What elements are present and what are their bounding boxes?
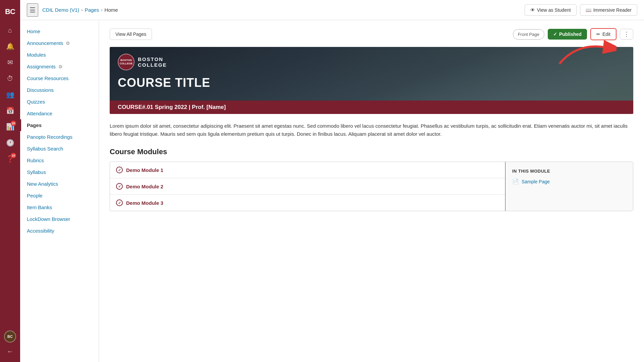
people-icon[interactable]: 👥 xyxy=(3,87,17,102)
bc-logo[interactable]: BC xyxy=(5,3,15,21)
clock-icon[interactable]: 🕐 xyxy=(3,135,17,150)
breadcrumb-course[interactable]: CDIL Demo (V1) xyxy=(42,7,79,13)
page-icon: 📄 xyxy=(512,178,519,185)
sidebar-item-label: LockDown Browser xyxy=(27,216,70,222)
sidebar-item-label: Syllabus xyxy=(27,169,46,175)
sidebar-item-quizzes[interactable]: Quizzes xyxy=(20,96,99,108)
grades-icon[interactable]: 📊 20 xyxy=(3,119,17,134)
top-header: ☰ CDIL Demo (V1) › Pages › Home 👁 View a… xyxy=(20,0,644,20)
detail-item-sample-page[interactable]: 📄 Sample Page xyxy=(512,178,626,185)
view-as-student-icon: 👁 xyxy=(530,7,535,13)
home-icon[interactable]: ⌂ xyxy=(3,23,17,38)
sidebar-item-pages[interactable]: Pages xyxy=(20,119,99,131)
immersive-reader-button[interactable]: 📖 Immersive Reader xyxy=(580,4,637,16)
sidebar-item-course-resources[interactable]: Course Resources xyxy=(20,72,99,84)
sidebar-item-rubrics[interactable]: Rubrics xyxy=(20,155,99,166)
settings-icon-announcements: ⚙ xyxy=(66,41,70,46)
seal-line2: COLLEGE xyxy=(120,62,133,65)
immersive-reader-label: Immersive Reader xyxy=(593,7,632,13)
sidebar-item-item-banks[interactable]: Item Banks xyxy=(20,201,99,213)
breadcrumb-current: Home xyxy=(105,7,118,13)
sidebar-item-label: Course Resources xyxy=(27,75,68,81)
settings-icon-assignments: ⚙ xyxy=(58,64,63,69)
icon-rail: BC ⌂ 🔔 ✉ ⏱ 👥 📅 📊 20 🕐 ❓ 10 BC ← xyxy=(0,0,20,362)
more-options-button[interactable]: ⋮ xyxy=(620,29,633,40)
sidebar-item-accessibility[interactable]: Accessibility xyxy=(20,225,99,237)
published-button[interactable]: ✓ Published xyxy=(548,29,587,40)
module-label-1: Demo Module 1 xyxy=(126,167,163,173)
sidebar-item-label: Item Banks xyxy=(27,204,52,210)
sidebar-item-label: Discussions xyxy=(27,87,54,93)
content-area: Home Announcements ⚙ Modules Assignments… xyxy=(20,20,644,362)
help-icon[interactable]: ❓ 10 xyxy=(3,152,17,166)
sidebar-item-label: New Analytics xyxy=(27,181,58,187)
sidebar-item-syllabus-search[interactable]: Syllabus Search xyxy=(20,143,99,155)
module-item-1[interactable]: ✓ Demo Module 1 xyxy=(110,162,505,178)
bc-seal: BOSTON COLLEGE xyxy=(118,54,135,70)
edit-label: Edit xyxy=(602,32,610,37)
help-badge: 10 xyxy=(11,153,16,158)
sidebar-item-label: Panopto Recordings xyxy=(27,134,72,140)
module-item-2[interactable]: ✓ Demo Module 2 xyxy=(110,178,505,195)
published-check-icon: ✓ xyxy=(553,32,557,37)
sidebar-item-label: Modules xyxy=(27,52,46,58)
sidebar-item-label: Syllabus Search xyxy=(27,146,63,152)
page-actions: Front Page ✓ Published ✏ Edit ⋮ xyxy=(513,28,633,40)
breadcrumb-sep1: › xyxy=(81,7,83,12)
sidebar-item-people[interactable]: People xyxy=(20,190,99,201)
course-modules-title: Course Modules xyxy=(110,147,633,156)
calendar-icon[interactable]: 📅 xyxy=(3,103,17,118)
sidebar-item-new-analytics[interactable]: New Analytics xyxy=(20,178,99,190)
sidebar-item-announcements[interactable]: Announcements ⚙ xyxy=(20,37,99,49)
module-icon-2: ✓ xyxy=(116,183,123,190)
course-banner: BOSTON COLLEGE BOSTON COLLEGE COURSE TIT… xyxy=(110,47,633,114)
module-icon-3: ✓ xyxy=(116,199,123,206)
sidebar-item-assignments[interactable]: Assignments ⚙ xyxy=(20,61,99,72)
body-text: Lorem ipsum dolor sit amet, consectetur … xyxy=(110,122,633,138)
view-as-student-button[interactable]: 👁 View as Student xyxy=(525,4,577,16)
sidebar-item-syllabus[interactable]: Syllabus xyxy=(20,166,99,178)
sidebar-item-label: Announcements xyxy=(27,40,63,46)
sidebar-item-label: Quizzes xyxy=(27,99,45,105)
sidebar-item-discussions[interactable]: Discussions xyxy=(20,84,99,96)
published-label: Published xyxy=(559,32,582,37)
sidebar-item-label: Attendance xyxy=(27,111,52,116)
modules-list: ✓ Demo Module 1 ✓ Demo Module 2 ✓ Demo M… xyxy=(110,162,505,211)
breadcrumb-sep2: › xyxy=(101,7,102,12)
sidebar-item-lockdown-browser[interactable]: LockDown Browser xyxy=(20,213,99,225)
sidebar-item-label: Home xyxy=(27,28,40,34)
hamburger-button[interactable]: ☰ xyxy=(27,3,38,17)
collapse-icon[interactable]: ← xyxy=(3,344,17,359)
sidebar-item-label: Pages xyxy=(27,122,42,128)
modules-container: ✓ Demo Module 1 ✓ Demo Module 2 ✓ Demo M… xyxy=(110,162,633,211)
sidebar: Home Announcements ⚙ Modules Assignments… xyxy=(20,20,99,362)
banner-logo-row: BOSTON COLLEGE BOSTON COLLEGE xyxy=(118,54,625,70)
college-name-line1: BOSTON xyxy=(138,56,167,62)
sidebar-item-panopto[interactable]: Panopto Recordings xyxy=(20,131,99,143)
edit-button[interactable]: ✏ Edit xyxy=(590,28,616,40)
sidebar-item-label: Rubrics xyxy=(27,158,44,163)
edit-icon: ✏ xyxy=(596,32,600,37)
breadcrumb-section[interactable]: Pages xyxy=(85,7,99,13)
grades-badge: 20 xyxy=(11,121,16,126)
course-title: COURSE TITLE xyxy=(118,76,625,90)
view-as-student-label: View as Student xyxy=(537,7,571,13)
module-item-3[interactable]: ✓ Demo Module 3 xyxy=(110,195,505,211)
module-label-3: Demo Module 3 xyxy=(126,200,163,206)
modules-detail: IN THIS MODULE 📄 Sample Page xyxy=(505,162,633,211)
sidebar-item-label: Accessibility xyxy=(27,228,54,234)
alert-icon[interactable]: 🔔 xyxy=(3,39,17,54)
view-all-pages-button[interactable]: View All Pages xyxy=(110,28,152,40)
front-page-button[interactable]: Front Page xyxy=(513,29,544,40)
sidebar-item-label: Assignments xyxy=(27,64,56,69)
sidebar-item-home[interactable]: Home xyxy=(20,25,99,37)
detail-item-label: Sample Page xyxy=(522,179,550,184)
sidebar-item-modules[interactable]: Modules xyxy=(20,49,99,61)
sidebar-item-label: People xyxy=(27,193,43,198)
avatar[interactable]: BC xyxy=(4,330,16,343)
history-icon[interactable]: ⏱ xyxy=(3,71,17,86)
immersive-reader-icon: 📖 xyxy=(586,7,591,13)
inbox-icon[interactable]: ✉ xyxy=(3,55,17,70)
modules-layout: ✓ Demo Module 1 ✓ Demo Module 2 ✓ Demo M… xyxy=(110,162,633,211)
sidebar-item-attendance[interactable]: Attendance xyxy=(20,108,99,119)
